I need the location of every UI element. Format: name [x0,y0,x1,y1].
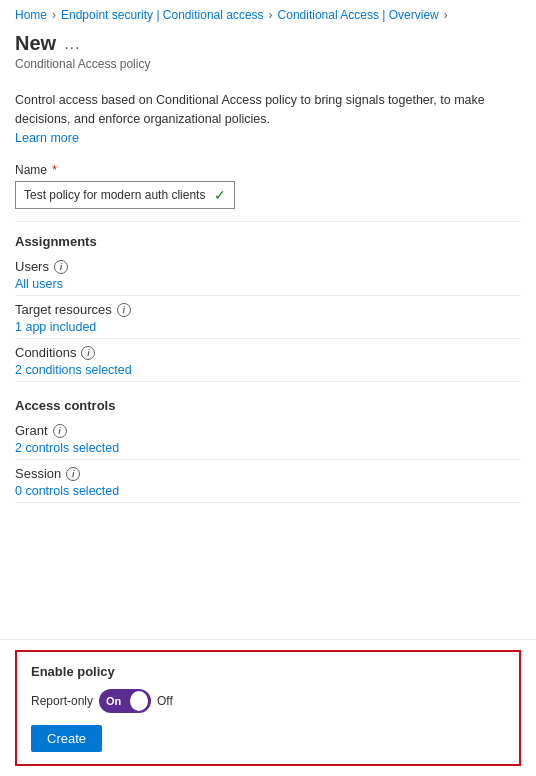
breadcrumb-separator-3: › [444,8,448,22]
bottom-divider [0,639,536,640]
grant-label: Grant [15,423,48,438]
name-input-wrapper[interactable]: Test policy for modern auth clients ✓ [15,181,235,209]
assignments-section-header: Assignments [0,222,536,253]
access-controls-section: Access controls Grant i 2 controls selec… [0,382,536,503]
page-header: New ... Conditional Access policy [0,28,536,79]
off-option[interactable]: Off [157,694,173,708]
conditions-label: Conditions [15,345,76,360]
breadcrumb-overview[interactable]: Conditional Access | Overview [278,8,439,22]
enable-policy-label: Enable policy [31,664,505,679]
breadcrumb-separator-1: › [52,8,56,22]
required-star: * [49,163,57,177]
report-only-option[interactable]: Report-only [31,694,93,708]
divider-session [15,502,521,503]
target-resources-info-icon[interactable]: i [117,303,131,317]
session-value[interactable]: 0 controls selected [15,484,119,498]
session-info-icon[interactable]: i [66,467,80,481]
target-resources-item: Target resources i 1 app included [0,296,536,338]
toggle-row: Report-only On Off [31,689,505,713]
ellipsis-button[interactable]: ... [64,35,80,53]
target-resources-value[interactable]: 1 app included [15,320,96,334]
grant-item: Grant i 2 controls selected [0,417,536,459]
users-value[interactable]: All users [15,277,63,291]
conditions-info-icon[interactable]: i [81,346,95,360]
session-item: Session i 0 controls selected [0,460,536,502]
access-controls-header: Access controls [0,386,536,417]
breadcrumb-separator-2: › [269,8,273,22]
users-label: Users [15,259,49,274]
learn-more-link[interactable]: Learn more [15,131,79,145]
toggle-knob [130,691,148,711]
policy-toggle[interactable]: On [99,689,151,713]
description-text: Control access based on Conditional Acce… [15,93,485,126]
name-input-text: Test policy for modern auth clients [24,188,214,202]
check-icon: ✓ [214,187,226,203]
users-info-icon[interactable]: i [54,260,68,274]
grant-value[interactable]: 2 controls selected [15,441,119,455]
bottom-section: Enable policy Report-only On Off Create [0,639,536,776]
target-resources-label: Target resources [15,302,112,317]
breadcrumb-home[interactable]: Home [15,8,47,22]
conditions-value[interactable]: 2 conditions selected [15,363,132,377]
page-subtitle: Conditional Access policy [15,57,521,71]
name-label: Name * [15,163,521,177]
page-title: New [15,32,56,55]
users-item: Users i All users [0,253,536,295]
name-section: Name * Test policy for modern auth clien… [0,157,536,221]
session-label: Session [15,466,61,481]
description-box: Control access based on Conditional Acce… [0,79,536,157]
breadcrumb: Home › Endpoint security | Conditional a… [0,0,536,28]
breadcrumb-endpoint[interactable]: Endpoint security | Conditional access [61,8,264,22]
grant-info-icon[interactable]: i [53,424,67,438]
conditions-item: Conditions i 2 conditions selected [0,339,536,381]
toggle-on-label: On [106,695,121,707]
enable-policy-box: Enable policy Report-only On Off Create [15,650,521,766]
create-button[interactable]: Create [31,725,102,752]
